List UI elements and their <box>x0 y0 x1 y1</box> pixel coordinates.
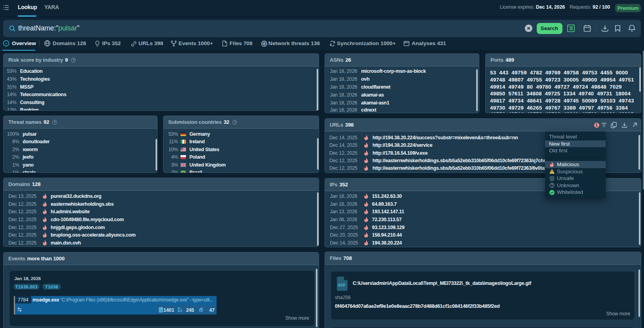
svg-text:GIF: GIF <box>338 283 346 288</box>
